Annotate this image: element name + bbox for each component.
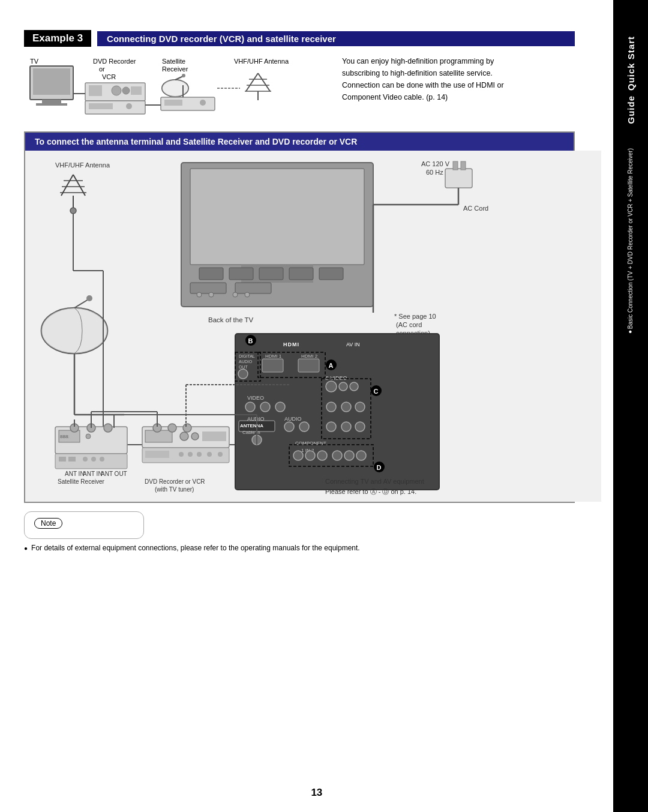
svg-text:VHF/UHF Antenna: VHF/UHF Antenna (234, 58, 289, 65)
note-text-row: ● For details of external equipment conn… (24, 544, 575, 552)
svg-text:AUDIO: AUDIO (239, 359, 253, 364)
svg-text:C: C (374, 388, 379, 395)
note-label: Note (34, 518, 62, 529)
svg-rect-140 (68, 457, 76, 462)
svg-rect-156 (145, 451, 169, 458)
svg-text:or: or (99, 65, 105, 73)
svg-point-146 (104, 424, 112, 432)
svg-rect-58 (199, 268, 223, 280)
svg-text:HDMI: HDMI (283, 341, 299, 347)
svg-rect-56 (190, 169, 364, 265)
svg-rect-60 (259, 268, 283, 280)
svg-rect-13 (89, 103, 113, 109)
svg-text:(AC cord: (AC cord (396, 321, 422, 328)
svg-point-121 (356, 451, 366, 460)
svg-point-68 (245, 292, 250, 297)
svg-point-152 (180, 432, 188, 441)
main-diagram-box: To connect the antenna terminal and Sate… (24, 131, 575, 503)
svg-point-159 (197, 452, 202, 457)
svg-text:Cable In: Cable In (242, 430, 260, 435)
svg-line-28 (246, 73, 258, 91)
sidebar-bullet-icon: ● (627, 329, 634, 335)
note-section: Note (24, 511, 144, 539)
svg-point-120 (344, 451, 354, 460)
svg-rect-64 (235, 283, 271, 293)
svg-text:AUDIO: AUDIO (247, 416, 265, 422)
svg-point-157 (179, 452, 184, 457)
main-content: Example 3 Connecting DVD recorder (VCR) … (24, 30, 575, 552)
svg-rect-59 (229, 268, 253, 280)
page-number: 13 (311, 787, 322, 799)
svg-point-137 (86, 434, 91, 439)
svg-point-153 (191, 433, 199, 440)
svg-point-100 (275, 402, 285, 412)
main-diagram-title: To connect the antenna terminal and Sate… (25, 133, 574, 151)
svg-point-116 (293, 451, 303, 460)
svg-rect-88 (298, 359, 319, 372)
svg-text:ANT IN: ANT IN (83, 471, 103, 477)
svg-text:A: A (329, 362, 334, 369)
svg-text:DIGITAL: DIGITAL (239, 354, 255, 358)
svg-point-9 (112, 86, 121, 95)
svg-point-24 (200, 100, 206, 106)
svg-text:Back of the TV: Back of the TV (208, 316, 254, 323)
svg-point-96 (350, 382, 358, 391)
svg-point-111 (326, 422, 336, 432)
sidebar-description: ●Basic Connection (TV + DVD Recorder or … (624, 148, 637, 335)
svg-rect-61 (289, 268, 313, 280)
svg-rect-87 (262, 359, 283, 372)
svg-point-19 (162, 80, 188, 97)
svg-point-101 (326, 402, 336, 412)
svg-text:AUDIO: AUDIO (284, 416, 302, 422)
svg-line-29 (258, 73, 270, 91)
svg-text:888:: 888: (60, 434, 70, 439)
svg-text:60 Hz: 60 Hz (426, 169, 443, 176)
svg-text:Satellite Receiver: Satellite Receiver (58, 478, 104, 485)
quick-start-label: Quick Start (626, 36, 636, 91)
svg-point-158 (188, 452, 193, 457)
svg-rect-72 (461, 161, 466, 170)
svg-point-160 (207, 452, 212, 457)
svg-text:ANT IN: ANT IN (65, 471, 85, 477)
svg-point-163 (168, 424, 176, 432)
svg-text:S VIDEO: S VIDEO (325, 375, 347, 381)
svg-text:HDMI 1: HDMI 1 (265, 353, 282, 359)
note-text: For details of external equipment connec… (31, 544, 360, 552)
svg-text:D: D (377, 464, 382, 471)
svg-point-143 (100, 457, 104, 462)
svg-text:OUT: OUT (239, 365, 248, 369)
tv-label-text: TV (30, 58, 39, 65)
svg-text:AC 120 V: AC 120 V (421, 160, 450, 167)
svg-point-102 (341, 402, 351, 412)
svg-point-45 (41, 308, 107, 353)
svg-text:ANTENNA: ANTENNA (240, 423, 263, 429)
svg-text:Receiver: Receiver (162, 65, 188, 73)
svg-text:DVD Recorder: DVD Recorder (93, 58, 136, 65)
svg-rect-139 (59, 457, 66, 462)
svg-rect-23 (164, 100, 182, 106)
svg-text:ANT OUT: ANT OUT (101, 471, 127, 477)
svg-point-47 (86, 295, 92, 301)
svg-point-21 (182, 74, 185, 77)
example-title: Connecting DVD recorder (VCR) and satell… (97, 31, 575, 46)
svg-text:Satellite: Satellite (162, 58, 185, 65)
svg-point-142 (91, 457, 96, 462)
top-small-diagram: TV DVD Recorder or VCR (24, 55, 318, 123)
svg-rect-8 (89, 85, 102, 96)
svg-rect-63 (190, 283, 226, 293)
svg-text:B: B (248, 337, 253, 344)
svg-point-65 (197, 292, 202, 297)
svg-point-110 (299, 422, 309, 432)
svg-rect-1 (33, 68, 70, 95)
svg-point-113 (355, 422, 365, 432)
svg-rect-11 (131, 86, 142, 95)
right-sidebar: Quick Start Guide ●Basic Connection (TV … (613, 0, 648, 812)
svg-point-66 (209, 292, 214, 297)
top-description: You can enjoy high-definition programmin… (342, 55, 522, 103)
svg-rect-3 (36, 103, 67, 106)
main-diagram-svg: VHF/UHF Antenna (25, 151, 601, 502)
svg-text:VCR: VCR (102, 73, 116, 80)
svg-point-119 (332, 451, 342, 460)
svg-rect-154 (202, 432, 226, 441)
svg-point-103 (355, 402, 365, 412)
